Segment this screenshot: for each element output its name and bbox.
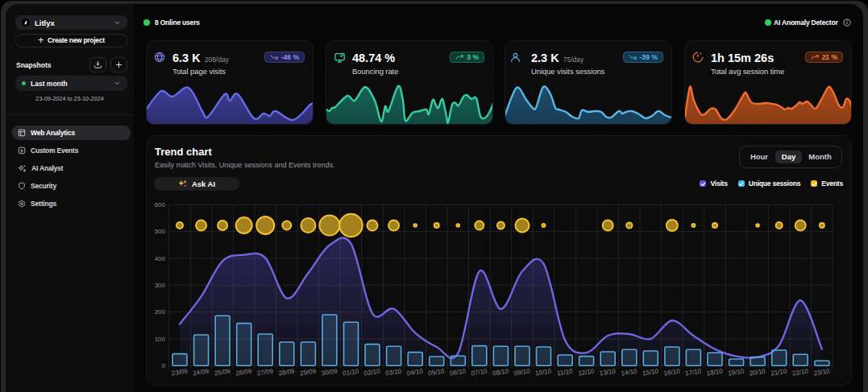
svg-text:10/10: 10/10 [535, 368, 553, 378]
svg-text:500: 500 [155, 228, 166, 235]
svg-text:16/10: 16/10 [663, 368, 681, 378]
svg-text:27/09: 27/09 [256, 368, 274, 378]
svg-text:0: 0 [162, 362, 166, 369]
svg-text:11/10: 11/10 [557, 368, 574, 378]
svg-text:400: 400 [155, 255, 166, 262]
svg-text:14/10: 14/10 [621, 368, 638, 378]
svg-text:19/10: 19/10 [728, 368, 745, 378]
svg-text:05/10: 05/10 [428, 368, 446, 378]
svg-text:18/10: 18/10 [706, 368, 724, 378]
svg-text:04/10: 04/10 [406, 368, 424, 378]
svg-text:09/10: 09/10 [513, 368, 531, 378]
svg-text:03/10: 03/10 [385, 368, 403, 378]
svg-text:100: 100 [155, 336, 166, 343]
svg-text:24/09: 24/09 [193, 368, 210, 378]
svg-text:600: 600 [155, 201, 166, 208]
svg-text:23/09: 23/09 [171, 368, 189, 378]
svg-text:08/10: 08/10 [492, 368, 510, 378]
svg-text:300: 300 [155, 282, 166, 289]
svg-text:29/09: 29/09 [300, 368, 318, 378]
svg-text:25/09: 25/09 [214, 368, 231, 378]
svg-text:21/10: 21/10 [770, 368, 788, 378]
svg-text:23/10: 23/10 [813, 368, 831, 378]
svg-text:06/10: 06/10 [449, 368, 467, 378]
svg-text:200: 200 [155, 308, 166, 316]
svg-text:07/10: 07/10 [471, 368, 488, 378]
svg-text:22/10: 22/10 [791, 368, 809, 378]
svg-text:01/10: 01/10 [343, 368, 360, 378]
svg-text:12/10: 12/10 [578, 368, 596, 378]
svg-text:26/09: 26/09 [235, 368, 253, 378]
svg-text:02/10: 02/10 [363, 368, 381, 378]
svg-text:15/10: 15/10 [642, 368, 659, 378]
svg-text:30/09: 30/09 [321, 368, 338, 378]
svg-text:20/10: 20/10 [749, 368, 766, 378]
svg-text:28/09: 28/09 [278, 368, 296, 378]
svg-text:13/10: 13/10 [599, 368, 617, 378]
svg-text:17/10: 17/10 [685, 368, 703, 378]
